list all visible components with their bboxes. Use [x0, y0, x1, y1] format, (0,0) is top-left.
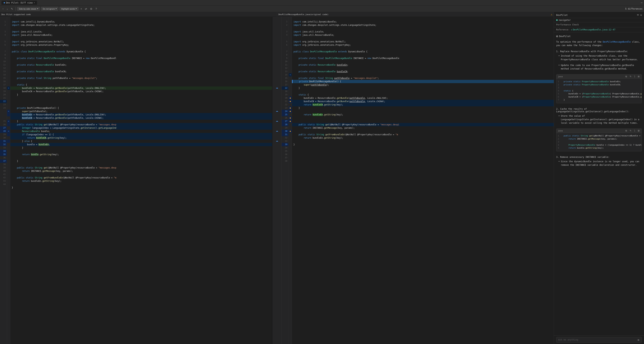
- devpilot-msg-icon: ⚙: [556, 35, 558, 38]
- chat-input-area: ▶: [554, 335, 644, 344]
- eye-icon[interactable]: 👁: [637, 14, 639, 17]
- chevron-down-icon: ▾: [76, 8, 77, 10]
- devpilot-msg-name: DevPilot: [559, 35, 571, 38]
- separator: [16, 7, 16, 11]
- more-options-button[interactable]: ⋯: [641, 1, 642, 5]
- section3-heading: 3. Remove unnecessary INSTANCE variable:: [556, 156, 642, 158]
- differences-count: 5 differences: [625, 8, 642, 10]
- devpilot-message: ⚙ DevPilot To optimize the performance o…: [556, 35, 642, 167]
- navigator-label: navigator: [559, 19, 571, 21]
- chat-send-button[interactable]: ▶: [638, 338, 640, 341]
- edit-code-1-button[interactable]: ✎: [629, 75, 632, 78]
- nav-indicator: [556, 19, 558, 21]
- insert-code-2-button[interactable]: ⤵: [634, 129, 636, 132]
- tab-title: Dev Pilot: Diff view: [6, 2, 33, 4]
- code-block-2-actions: ⧉ ✎ ⤵ ⊞: [625, 129, 640, 132]
- code-block-1-content: 1 private static PropertyResourceBundle …: [556, 79, 642, 103]
- left-code-content: import com.intellij.DynamicBundle; impor…: [10, 17, 272, 344]
- toolbar: ↑ ↓ ✎ Side-by-side viewer ▾ Do not ignor…: [0, 6, 644, 12]
- diff-headers: Dev Pilot suggested code DevPilotMessage…: [0, 12, 554, 17]
- viewer-dropdown[interactable]: Side-by-side viewer ▾: [17, 7, 40, 11]
- diff-gutter: ◄► ◄► ◄► ◄► ◄►: [272, 17, 282, 344]
- section2-heading: 2. Cache the results of LanguageSettings…: [556, 108, 642, 113]
- chat-content[interactable]: ⚙ DevPilot To optimize the performance o…: [554, 32, 644, 335]
- help-button[interactable]: ?: [94, 7, 98, 11]
- left-code-pane[interactable]: 1 2 3 4 5 6 7 8 9 10 11 12: [0, 17, 272, 344]
- tab-close-button[interactable]: ×: [34, 2, 35, 4]
- title-bar: ● Dev Pilot: Diff view × ⋯: [0, 0, 644, 6]
- chevron-down-icon: ▾: [37, 8, 38, 10]
- edit-button[interactable]: ✎: [10, 7, 14, 11]
- navigator-row[interactable]: navigator: [554, 18, 644, 22]
- devpilot-header: DevPilot 👁 ⚙: [554, 12, 644, 18]
- devpilot-header-icons: 👁 ⚙: [637, 14, 642, 17]
- prev-diff-button[interactable]: ↑: [2, 7, 4, 11]
- next-diff-button[interactable]: ↓: [6, 7, 9, 11]
- intro-highlight: DevPilotMessageBundle: [603, 41, 631, 43]
- performance-check-label: Performance Check: [554, 22, 644, 27]
- viewer-label: Side-by-side viewer: [19, 8, 36, 10]
- diff-code-2-button[interactable]: ⊞: [637, 129, 640, 132]
- section1-heading: 1. Replace ResourceBundle with PropertyR…: [556, 50, 642, 53]
- edit-code-2-button[interactable]: ✎: [629, 129, 632, 132]
- highlight-dropdown[interactable]: Highlight words ▾: [60, 7, 78, 11]
- ignore-label: Do not ignore: [43, 8, 55, 10]
- file-icon: ⊙: [571, 29, 572, 31]
- code-lang-2: java: [558, 130, 563, 132]
- code-block-2: java ⧉ ✎ ⤵ ⊞ 1 public static String get(…: [556, 128, 642, 151]
- sync-button[interactable]: ⇄: [84, 7, 88, 11]
- chevron-down-icon: ▾: [56, 8, 57, 10]
- devpilot-msg-header: ⚙ DevPilot: [556, 35, 642, 38]
- main-content: Dev Pilot suggested code DevPilotMessage…: [0, 12, 644, 344]
- right-line-numbers-left: 1 2 3 4 5 6 7 8 9 10 11 12: [282, 17, 289, 344]
- chat-input[interactable]: [558, 338, 638, 341]
- left-header: Dev Pilot suggested code: [0, 12, 277, 17]
- copy-code-2-button[interactable]: ⧉: [625, 129, 628, 132]
- code-block-1-header: java ⧉ ✎ ⤵ ⊞: [556, 74, 642, 79]
- bullet2a: • Store the value of LanguageSettingsSta…: [556, 114, 642, 125]
- devpilot-panel: DevPilot 👁 ⚙ navigator Performance Check…: [554, 12, 644, 344]
- insert-code-1-button[interactable]: ⤵: [634, 75, 636, 78]
- reference-file-name: DevPilotMessageBundle.java:12-47: [573, 28, 615, 31]
- right-code-content: import com.intellij.DynamicBundle; impor…: [292, 17, 554, 344]
- reference-row: Reference: ⊙ DevPilotMessageBundle.java:…: [554, 27, 644, 32]
- left-markers: » » » »: [7, 17, 10, 344]
- code-block-2-header: java ⧉ ✎ ⤵ ⊞: [556, 129, 642, 133]
- highlight-label: Highlight words: [61, 8, 75, 10]
- bullet1b: • Update the code to use PropertyResourc…: [556, 64, 642, 71]
- chat-input-wrap: ▶: [556, 337, 642, 342]
- bullet1a: • Instead of using the ResourceBundle cl…: [556, 54, 642, 61]
- left-line-numbers: 1 2 3 4 5 6 7 8 9 10 11 12: [0, 17, 7, 344]
- right-markers: « ● ● ● ● ● ● ●: [289, 17, 292, 344]
- devpilot-title: DevPilot: [556, 14, 568, 17]
- code-block-1-actions: ⧉ ✎ ⤵ ⊞: [625, 75, 640, 78]
- intro-text: To optimize the performance of the DevPi…: [556, 40, 642, 47]
- left-header-title: Dev Pilot suggested code: [2, 13, 31, 16]
- code-lang-1: java: [558, 75, 563, 78]
- code-block-2-content: 1 public static String get(@NotNull @Pro…: [556, 133, 642, 151]
- bullet3a: • Since the dynamicBundle instance is no…: [556, 160, 642, 167]
- diff-panel: Dev Pilot suggested code DevPilotMessage…: [0, 12, 554, 344]
- tab-icon: ●: [4, 2, 5, 4]
- reference-label: Reference:: [556, 28, 570, 31]
- ignore-dropdown[interactable]: Do not ignore ▾: [41, 7, 58, 11]
- right-code-pane[interactable]: 1 2 3 4 5 6 7 8 9 10 11 12: [282, 17, 554, 344]
- warning-icon: ⚠: [551, 13, 552, 16]
- close-button[interactable]: ×: [80, 7, 83, 11]
- settings-button[interactable]: ⚙: [89, 7, 93, 11]
- right-header-title: DevPilotMessageBundle.java(original code…: [278, 13, 329, 16]
- diff-code-1-button[interactable]: ⊞: [637, 75, 640, 78]
- code-block-1: java ⧉ ✎ ⤵ ⊞ 1 private static PropertyRe…: [556, 74, 642, 103]
- reference-file[interactable]: ⊙ DevPilotMessageBundle.java:12-47: [571, 28, 615, 31]
- right-header: DevPilotMessageBundle.java(original code…: [277, 12, 554, 17]
- settings-icon[interactable]: ⚙: [640, 14, 642, 17]
- copy-code-1-button[interactable]: ⧉: [625, 75, 628, 78]
- title-tab[interactable]: ● Dev Pilot: Diff view ×: [2, 1, 37, 5]
